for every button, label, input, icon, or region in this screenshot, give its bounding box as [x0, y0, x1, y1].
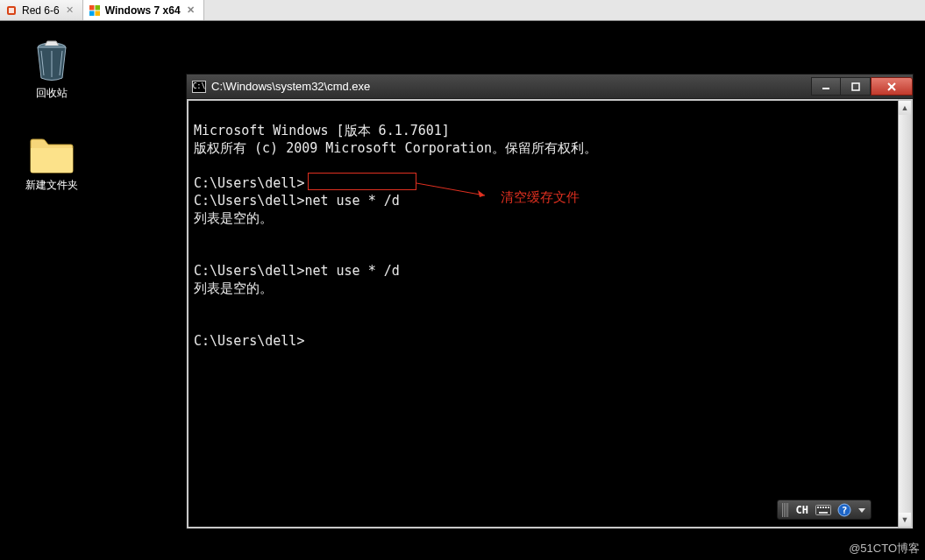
svg-rect-18: [828, 507, 829, 508]
close-icon[interactable]: ✕: [185, 4, 196, 16]
svg-rect-16: [822, 507, 824, 508]
ime-language-indicator[interactable]: CH: [794, 501, 810, 519]
terminal-content[interactable]: Microsoft Windows [版本 6.1.7601] 版权所有 (c)…: [187, 99, 898, 528]
vm-tab-label: Windows 7 x64: [105, 4, 181, 17]
svg-rect-3: [95, 5, 100, 11]
title-bar[interactable]: C:\ C:\Windows\system32\cmd.exe: [187, 74, 913, 99]
keyboard-icon[interactable]: [815, 503, 831, 517]
cmd-body: Microsoft Windows [版本 6.1.7601] 版权所有 (c)…: [187, 99, 913, 528]
linux-icon: [5, 4, 18, 17]
svg-rect-8: [852, 83, 859, 90]
desktop-area[interactable]: 回收站 新建文件夹 C:\ C:\Windows\system32\cmd.ex…: [0, 21, 925, 560]
recycle-bin-icon[interactable]: 回收站: [12, 39, 91, 101]
scroll-down-icon[interactable]: ▼: [899, 513, 911, 527]
svg-rect-1: [9, 8, 14, 13]
desktop-icon-label: 新建文件夹: [25, 178, 78, 193]
svg-rect-17: [825, 507, 827, 508]
terminal-line: C:\Users\dell>net use * /d: [194, 263, 400, 279]
close-icon[interactable]: ✕: [64, 4, 75, 16]
maximize-button[interactable]: [841, 77, 871, 96]
annotation-arrow-icon: [416, 176, 495, 201]
cmd-window: C:\ C:\Windows\system32\cmd.exe Microsof…: [186, 74, 914, 529]
svg-line-11: [416, 183, 485, 195]
terminal-line: C:\Users\dell>: [194, 175, 304, 191]
terminal-line: 列表是空的。: [194, 210, 273, 226]
svg-marker-22: [858, 508, 865, 513]
svg-rect-4: [89, 11, 95, 16]
windows-icon: [89, 4, 101, 17]
terminal-line: 版权所有 (c) 2009 Microsoft Corporation。保留所有…: [194, 140, 597, 156]
annotation-text: 清空缓存文件: [501, 188, 580, 206]
window-title: C:\Windows\system32\cmd.exe: [211, 80, 370, 93]
terminal-line: 列表是空的。: [194, 280, 273, 296]
terminal-line: C:\Users\dell>: [194, 333, 304, 349]
svg-rect-5: [95, 11, 100, 16]
scroll-up-icon[interactable]: ▲: [899, 101, 911, 115]
desktop-icons-column: 回收站 新建文件夹: [12, 39, 91, 193]
svg-marker-12: [478, 190, 485, 197]
close-button[interactable]: [871, 77, 913, 96]
svg-rect-2: [89, 5, 95, 11]
terminal-line: C:\Users\dell>net use * /d: [194, 193, 400, 209]
annotation-box: [308, 173, 416, 190]
chevron-down-icon[interactable]: [857, 503, 866, 517]
new-folder-icon[interactable]: 新建文件夹: [12, 136, 91, 193]
scrollbar[interactable]: ▲ ▼: [898, 99, 913, 528]
ime-language-bar[interactable]: CH ?: [777, 500, 872, 520]
desktop-icon-label: 回收站: [36, 86, 68, 101]
vm-tab-red[interactable]: Red 6-6 ✕: [0, 0, 83, 20]
help-icon[interactable]: ?: [836, 503, 852, 517]
window-controls: [811, 77, 913, 96]
watermark-text: @51CTO博客: [849, 541, 920, 556]
vm-tab-label: Red 6-6: [22, 4, 60, 17]
svg-rect-15: [820, 507, 822, 508]
svg-rect-14: [817, 507, 819, 508]
cmd-icon: C:\: [192, 81, 206, 93]
svg-rect-19: [819, 512, 828, 514]
drag-grip-icon[interactable]: [782, 503, 789, 517]
terminal-line: Microsoft Windows [版本 6.1.7601]: [194, 123, 450, 138]
svg-text:?: ?: [842, 505, 848, 516]
vm-tab-windows[interactable]: Windows 7 x64 ✕: [83, 0, 204, 20]
vm-tab-strip: Red 6-6 ✕ Windows 7 x64 ✕: [0, 0, 925, 21]
minimize-button[interactable]: [811, 77, 841, 96]
